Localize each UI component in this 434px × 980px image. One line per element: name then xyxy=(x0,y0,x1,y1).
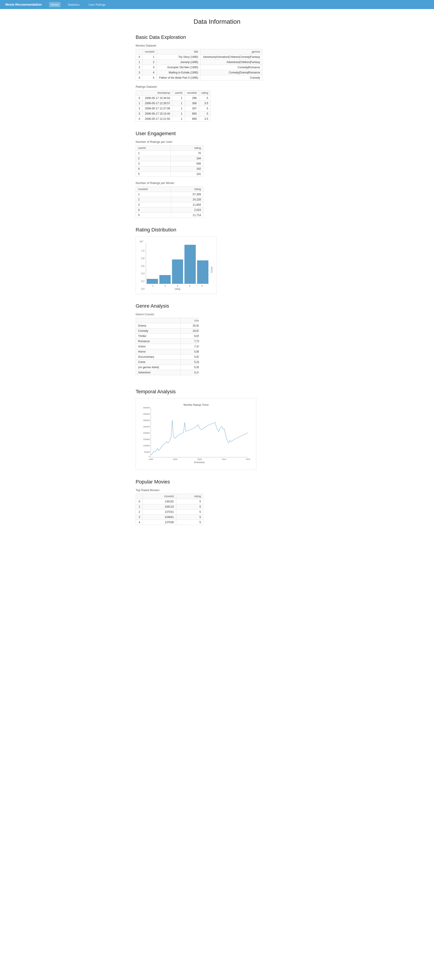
per-movie-rating: 24,228 xyxy=(171,197,203,202)
top-rated-row: 1 106119 5 xyxy=(136,504,203,509)
genre-row: Comedy 16,870 xyxy=(136,328,199,334)
nav-statistics[interactable]: Statistics xyxy=(66,2,81,7)
y-axis: 1.0 0.8 0.6 0.4 0.2 0.0 xyxy=(140,250,146,290)
svg-text:200000: 200000 xyxy=(143,432,150,434)
top-rated-rating: 5 xyxy=(176,520,203,525)
genre-count: 7,348 xyxy=(181,344,199,349)
genre-name: Thriller xyxy=(136,334,181,339)
top-rated-row: 0 136192 5 xyxy=(136,499,203,504)
per-movie-rating: 57,309 xyxy=(171,192,203,197)
ratings-row-idx: 0 xyxy=(136,95,143,101)
per-movie-movieid: 3 xyxy=(136,202,171,207)
movies-col-title: title xyxy=(157,49,201,54)
per-user-row: 1 70 xyxy=(136,151,203,156)
per-movie-movieid: 2 xyxy=(136,197,171,202)
top-rated-row: 3 104641 5 xyxy=(136,515,203,520)
per-user-userid: 3 xyxy=(136,161,171,166)
y-axis-label: Count xyxy=(210,250,213,290)
per-user-rating: 101 xyxy=(171,172,203,177)
genre-row: Horror 5,989 xyxy=(136,349,199,355)
ratings-row-userid: 1 xyxy=(172,116,185,122)
genre-table: count Drama 25,606 Comedy 16,870 Thrille… xyxy=(136,318,199,375)
per-movie-rating: 2,523 xyxy=(171,207,203,213)
movies-row-title: Waiting to Exhale (1995) xyxy=(157,70,201,75)
ratings-row-movieid: 307 xyxy=(185,106,199,111)
genre-col-name xyxy=(136,318,181,323)
rating-dist-title: Rating Distribution xyxy=(136,227,298,233)
navbar: Movie Recommandation Home Statistics Use… xyxy=(0,0,434,9)
main-content: Data Information Basic Data Exploration … xyxy=(131,9,303,552)
genre-row: Documentary 5,605 xyxy=(136,355,199,360)
genre-name: Documentary xyxy=(136,355,181,360)
ratings-row-idx: 2 xyxy=(136,106,143,111)
nav-user-ratings[interactable]: User Ratings xyxy=(87,2,107,7)
per-user-rating: 70 xyxy=(171,151,203,156)
top-rated-row: 2 137031 5 xyxy=(136,509,203,515)
top-rated-movieid: 106119 xyxy=(143,504,176,509)
movies-row-idx: 1 xyxy=(136,60,143,65)
ratings-row-movieid: 306 xyxy=(185,101,199,106)
ratings-table-row: 0 2006-05-17 15:34:04 1 296 5 xyxy=(136,95,211,101)
movies-row-idx: 2 xyxy=(136,65,143,70)
movies-table: movieId title genres 0 1 Toy Story (1995… xyxy=(136,49,262,80)
genre-row: Romance 7,719 xyxy=(136,339,199,344)
ratings-row-timestamp: 2006-05-17 15:13:40 xyxy=(143,111,172,116)
per-movie-rating: 11,714 xyxy=(171,213,203,218)
genre-name: Horror xyxy=(136,349,181,355)
genre-count: 4,145 xyxy=(181,370,199,375)
nav-home[interactable]: Home xyxy=(49,2,60,7)
movies-row-idx: 4 xyxy=(136,75,143,80)
ratings-col-idx xyxy=(136,91,143,95)
svg-text:2019: 2019 xyxy=(246,458,250,460)
per-movie-movieid: 4 xyxy=(136,207,171,213)
per-user-label: Number of Ratings per User: xyxy=(136,140,298,143)
chart-title: Monthly Ratings Trend xyxy=(184,403,208,406)
genre-col-count: count xyxy=(181,318,199,323)
top-rated-label: Top Rated Movies: xyxy=(136,488,298,492)
ratings-row-movieid: 296 xyxy=(185,95,199,101)
movies-row-movieid: 4 xyxy=(143,70,157,75)
ratings-table-row: 4 2006-05-17 12:21:50 1 899 3.5 xyxy=(136,116,211,122)
genre-count: 5,319 xyxy=(181,360,199,365)
per-user-row: 2 184 xyxy=(136,156,203,161)
per-movie-table: movieId rating 1 57,309 2 24,228 3 11,80… xyxy=(136,186,203,218)
per-user-row: 5 101 xyxy=(136,172,203,177)
per-user-rating: 242 xyxy=(171,166,203,172)
ratings-col-userid: userId xyxy=(172,91,185,95)
top-rated-movieid: 104641 xyxy=(143,515,176,520)
bars-container xyxy=(146,243,209,284)
section-basic-data: Basic Data Exploration Movies Dataset: m… xyxy=(136,34,298,122)
genre-row: Thriller 8,654 xyxy=(136,334,199,339)
per-movie-row: 2 24,228 xyxy=(136,197,203,202)
movies-row-genres: Adventure|Children|Fantasy xyxy=(200,60,262,65)
per-user-table: userId rating 1 70 2 184 3 656 4 242 5 1… xyxy=(136,145,203,177)
svg-text:0: 0 xyxy=(149,455,150,458)
per-user-col-userid: userId xyxy=(136,146,171,151)
ratings-row-rating: 5 xyxy=(199,111,210,116)
ratings-col-rating: rating xyxy=(199,91,210,95)
ratings-table-row: 1 2006-05-17 12:26:57 1 306 3.5 xyxy=(136,101,211,106)
ratings-row-rating: 3.5 xyxy=(199,101,210,106)
genre-table-wrap[interactable]: count Drama 25,606 Comedy 16,870 Thrille… xyxy=(136,318,199,380)
genre-name: (no genres listed) xyxy=(136,365,181,370)
movies-col-movieid: movieId xyxy=(143,49,157,54)
ratings-row-idx: 4 xyxy=(136,116,143,122)
movies-row-title: Jumanji (1995) xyxy=(157,60,201,65)
per-movie-col-movieid: movieId xyxy=(136,187,171,192)
genre-count: 25,606 xyxy=(181,323,199,328)
per-movie-rating: 11,804 xyxy=(171,202,203,207)
ratings-row-userid: 1 xyxy=(172,111,185,116)
top-rated-rating: 5 xyxy=(176,515,203,520)
genre-analysis-title: Genre Analysis xyxy=(136,303,298,309)
navbar-brand: Movie Recommandation xyxy=(5,3,42,6)
ratings-row-userid: 1 xyxy=(172,101,185,106)
movies-dataset-label: Movies Dataset: xyxy=(136,44,298,47)
per-user-userid: 1 xyxy=(136,151,171,156)
svg-text:350000: 350000 xyxy=(143,413,150,415)
per-movie-col-rating: rating xyxy=(171,187,203,192)
per-user-row: 3 656 xyxy=(136,161,203,166)
movies-table-row: 2 3 Grumpier Old Men (1995) Comedy|Roman… xyxy=(136,65,262,70)
ratings-row-timestamp: 2006-05-17 12:26:57 xyxy=(143,101,172,106)
genre-count: 8,654 xyxy=(181,334,199,339)
svg-text:300000: 300000 xyxy=(143,419,150,422)
